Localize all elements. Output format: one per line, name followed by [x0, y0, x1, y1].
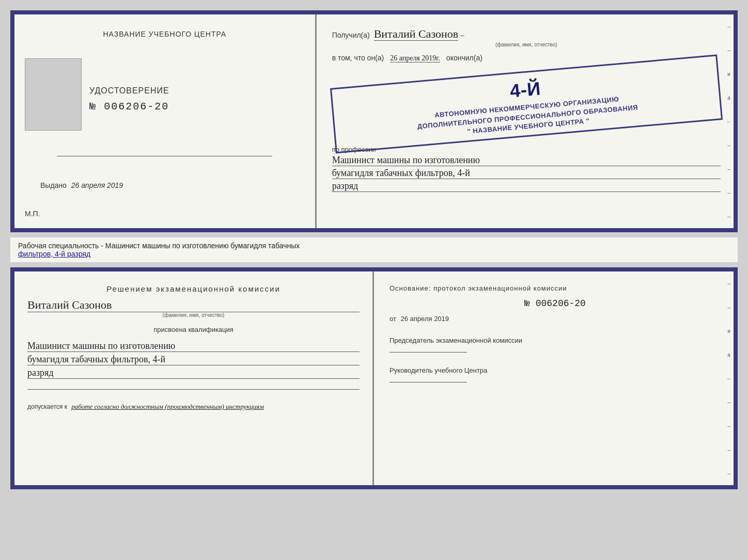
- middle-text-line2: фильтров, 4-й разряд: [18, 250, 90, 258]
- vydano-label: Выдано: [40, 181, 67, 189]
- mp-label: М.П.: [25, 210, 40, 218]
- middle-text-block: Рабочая специальность - Машинист машины …: [10, 237, 738, 262]
- fio-label-top: (фамилия, имя, отчество): [332, 42, 721, 47]
- udost-block: УДОСТОВЕРЕНИЕ № 006206-20: [89, 81, 169, 113]
- cert-bottom-right-panel: Основание: протокол экзаменационной коми…: [374, 271, 734, 485]
- dopusk-text: работе согласно должностным (производств…: [71, 403, 263, 410]
- poluchil-name: Виталий Сазонов: [374, 27, 458, 41]
- osnovanie-text: Основание: протокол экзаменационной коми…: [389, 284, 721, 292]
- vydano-date: 26 апреля 2019: [71, 181, 123, 189]
- certificate-top: НАЗВАНИЕ УЧЕБНОГО ЦЕНТРА УДОСТОВЕРЕНИЕ №…: [10, 10, 738, 232]
- vydano-field: Выдано 26 апреля 2019: [40, 181, 123, 189]
- poluchil-prefix: Получил(а): [332, 31, 370, 39]
- bottom-fio-label: (фамилия, имя, отчество): [27, 312, 360, 318]
- photo-placeholder: [25, 58, 82, 131]
- cert-bottom-left-panel: Решением экзаменационной комиссии Витали…: [14, 271, 374, 485]
- protocol-date: от 26 апреля 2019: [389, 315, 721, 323]
- training-center-title-top: НАЗВАНИЕ УЧЕБНОГО ЦЕНТРА: [103, 30, 226, 38]
- resheniem-title: Решением экзаменационной комиссии: [27, 284, 360, 293]
- rukovoditel-signature-line: [389, 382, 467, 382]
- middle-text-line1: Рабочая специальность - Машинист машины …: [18, 242, 300, 250]
- vtom-prefix: в том, что он(а): [332, 54, 384, 62]
- ot-prefix: от: [389, 315, 396, 323]
- ot-date: 26 апреля 2019: [401, 315, 449, 323]
- profession-line2: бумагидля табачных фильтров, 4-й: [332, 168, 721, 179]
- cert-top-right-panel: Получил(а) Виталий Сазонов – (фамилия, и…: [317, 14, 734, 228]
- dopuskaetsya-block: допускается к работе согласно должностны…: [27, 403, 360, 411]
- bottom-name-handwritten: Виталий Сазонов: [27, 298, 360, 312]
- udost-title: УДОСТОВЕРЕНИЕ: [89, 86, 169, 95]
- qual-line3: разряд: [27, 367, 360, 379]
- profession-block: по профессии Машинист машины по изготовл…: [332, 146, 721, 192]
- predsedatel-label: Председатель экзаменационной комиссии: [389, 337, 522, 344]
- predsedatel-signature-line: [389, 352, 467, 353]
- profession-line3: разряд: [332, 181, 721, 192]
- okonchil-suffix: окончил(а): [446, 54, 482, 62]
- rukovoditel-label: Руководитель учебного Центра: [389, 366, 487, 374]
- qualification-block: Машинист машины по изготовлению бумагидл…: [27, 339, 360, 379]
- predsedatel-block: Председатель экзаменационной комиссии: [389, 337, 721, 353]
- bottom-name-block: Виталий Сазонов (фамилия, имя, отчество): [27, 298, 360, 318]
- cert-top-left-panel: НАЗВАНИЕ УЧЕБНОГО ЦЕНТРА УДОСТОВЕРЕНИЕ №…: [14, 14, 317, 228]
- vtom-date: 26 апреля 2019г.: [390, 54, 440, 62]
- qual-line1: Машинист машины по изготовлению: [27, 341, 360, 352]
- qual-line2: бумагидля табачных фильтров, 4-й: [27, 354, 360, 365]
- side-dashes-bottom: ––иа←––––: [724, 271, 734, 485]
- profession-line1: Машинист машины по изготовлению: [332, 155, 721, 166]
- protocol-number: № 006206-20: [389, 298, 721, 309]
- dopusk-prefix: допускается к: [27, 403, 67, 410]
- stamp-block: 4-й АВТОНОМНУЮ НЕКОММЕРЧЕСКУЮ ОРГАНИЗАЦИ…: [330, 54, 723, 153]
- prisvoena-label: присвоена квалификация: [27, 326, 360, 333]
- rukovoditel-block: Руководитель учебного Центра: [389, 366, 721, 382]
- certificate-bottom: Решением экзаменационной комиссии Витали…: [10, 267, 738, 489]
- poluchil-line: Получил(а) Виталий Сазонов – (фамилия, и…: [332, 27, 721, 47]
- udost-number: № 006206-20: [89, 101, 169, 113]
- side-dashes-top: ––иа←––––: [724, 14, 734, 228]
